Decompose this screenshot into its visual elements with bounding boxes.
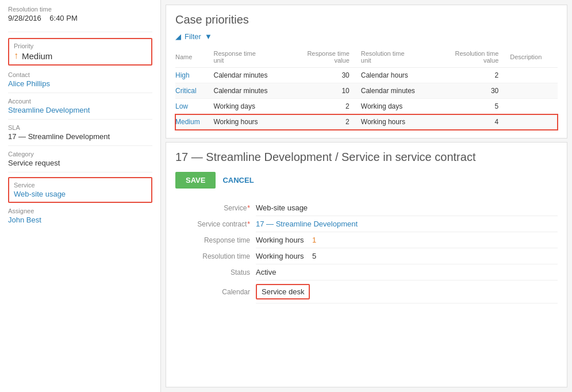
col-description: Description <box>510 48 558 68</box>
right-panel: Case priorities ◢ Filter ▼ Name Response… <box>161 0 572 392</box>
category-value: Service request <box>8 159 152 167</box>
status-label: Status <box>175 264 256 280</box>
assignee-row: Assignee John Best <box>8 207 152 229</box>
service-contract-field-label: Service contract* <box>175 216 256 232</box>
response-time-unit-cell: Calendar minutes <box>213 68 290 83</box>
sc-buttons: SAVE CANCEL <box>175 172 558 189</box>
resolution-time-unit-cell: Working days <box>361 99 438 114</box>
filter-dropdown-icon: ▼ <box>205 32 212 41</box>
resolution-time-value: Working hours 5 <box>256 248 558 264</box>
description-cell <box>510 68 558 83</box>
priority-name[interactable]: Low <box>175 99 213 114</box>
response-time-unit: Working hours <box>256 236 304 244</box>
response-time-value-cell: 2 <box>290 114 360 130</box>
resolution-time-label: Resolution time <box>175 248 256 264</box>
filter-icon: ◢ <box>175 32 181 41</box>
calendar-value-box: Service desk <box>256 284 310 299</box>
filter-bar[interactable]: ◢ Filter ▼ <box>175 32 558 41</box>
table-row: LowWorking days2Working days5 <box>175 99 558 114</box>
resolution-time-value-cell: 2 <box>438 68 510 83</box>
contact-value[interactable]: Alice Phillips <box>8 79 152 88</box>
service-box: Service Web-site usage <box>8 177 152 203</box>
table-row: MediumWorking hours2Working hours4 <box>175 114 558 130</box>
priority-name[interactable]: High <box>175 68 213 83</box>
cancel-button[interactable]: CANCEL <box>222 172 254 189</box>
sla-value: 17 — Streamline Development <box>8 132 152 141</box>
resolution-time-value-cell: 5 <box>438 99 510 114</box>
priority-text: Medium <box>22 51 52 61</box>
description-cell <box>510 83 558 99</box>
resolution-time-value: 9/28/2016 6:40 PM <box>8 14 152 22</box>
response-time-value-cell: 10 <box>290 83 360 99</box>
resolution-time: 6:40 PM <box>49 14 77 22</box>
left-panel: Resolution time 9/28/2016 6:40 PM Priori… <box>0 0 161 392</box>
resolution-time-field-row: Resolution time Working hours 5 <box>175 248 558 264</box>
resolution-time-value-cell: 30 <box>438 83 510 99</box>
calendar-label: Calendar <box>175 280 256 303</box>
service-contract-field-value[interactable]: 17 — Streamline Development <box>256 216 558 232</box>
sla-label: SLA <box>8 124 152 131</box>
response-time-number: 1 <box>312 236 316 244</box>
priority-value: ↑ Medium <box>14 51 147 61</box>
priority-name[interactable]: Critical <box>175 83 213 99</box>
resolution-time-unit: Working hours <box>256 252 304 260</box>
service-field-row: Service* Web-site usage <box>175 200 558 216</box>
resolution-time-number: 5 <box>312 252 316 260</box>
priority-box: Priority ↑ Medium <box>8 38 152 66</box>
priority-label: Priority <box>14 43 147 49</box>
calendar-value: Service desk <box>256 280 558 303</box>
category-label: Category <box>8 151 152 157</box>
case-priorities-title: Case priorities <box>175 13 558 26</box>
category-row: Category Service request <box>8 151 152 172</box>
service-label: Service <box>14 182 147 189</box>
response-time-unit-cell: Working days <box>213 99 290 114</box>
resolution-time-section: Resolution time 9/28/2016 6:40 PM <box>8 6 152 32</box>
status-value: Active <box>256 264 558 280</box>
response-time-field-row: Response time Working hours 1 <box>175 232 558 248</box>
response-time-value-cell: 2 <box>290 99 360 114</box>
table-row: CriticalCalendar minutes10Calendar minut… <box>175 83 558 99</box>
resolution-time-label: Resolution time <box>8 6 152 13</box>
assignee-value[interactable]: John Best <box>8 216 152 224</box>
resolution-time-unit-cell: Calendar hours <box>361 68 438 83</box>
priorities-table: Name Response timeunit Response timevalu… <box>175 48 558 130</box>
response-time-value-cell: 30 <box>290 68 360 83</box>
service-contract-title: 17 — Streamline Development / Service in… <box>175 151 558 164</box>
priority-arrow-icon: ↑ <box>14 51 18 61</box>
resolution-time-value-cell: 4 <box>438 114 510 130</box>
service-field-label: Service* <box>175 200 256 216</box>
response-time-unit-cell: Working hours <box>213 114 290 130</box>
col-resolution-time-unit: Resolution timeunit <box>361 48 438 68</box>
service-contract-panel: 17 — Streamline Development / Service in… <box>166 142 567 387</box>
filter-label[interactable]: Filter <box>185 32 201 41</box>
response-time-unit-cell: Calendar minutes <box>213 83 290 99</box>
col-resolution-time-value: Resolution timevalue <box>438 48 510 68</box>
account-label: Account <box>8 98 152 105</box>
resolution-date: 9/28/2016 <box>8 14 41 22</box>
case-priorities-panel: Case priorities ◢ Filter ▼ Name Response… <box>166 5 567 139</box>
col-response-time-unit: Response timeunit <box>213 48 290 68</box>
col-name: Name <box>175 48 213 68</box>
description-cell <box>510 114 558 130</box>
status-field-row: Status Active <box>175 264 558 280</box>
sc-fields: Service* Web-site usage Service contract… <box>175 200 558 303</box>
col-response-time-value: Response timevalue <box>290 48 360 68</box>
assignee-label: Assignee <box>8 207 152 214</box>
response-time-value: Working hours 1 <box>256 232 558 248</box>
calendar-field-row: Calendar Service desk <box>175 280 558 303</box>
service-contract-field-row: Service contract* 17 — Streamline Develo… <box>175 216 558 232</box>
account-value[interactable]: Streamline Development <box>8 106 152 114</box>
resolution-time-unit-cell: Working hours <box>361 114 438 130</box>
description-cell <box>510 99 558 114</box>
save-button[interactable]: SAVE <box>175 172 216 189</box>
response-time-label: Response time <box>175 232 256 248</box>
service-field-value: Web-site usage <box>256 200 558 216</box>
contact-label: Contact <box>8 71 152 78</box>
account-row: Account Streamline Development <box>8 98 152 120</box>
contact-row: Contact Alice Phillips <box>8 71 152 93</box>
sla-row: SLA 17 — Streamline Development <box>8 124 152 146</box>
resolution-time-unit-cell: Calendar minutes <box>361 83 438 99</box>
priority-name[interactable]: Medium <box>175 114 213 130</box>
service-value[interactable]: Web-site usage <box>14 190 147 198</box>
table-row: HighCalendar minutes30Calendar hours2 <box>175 68 558 83</box>
